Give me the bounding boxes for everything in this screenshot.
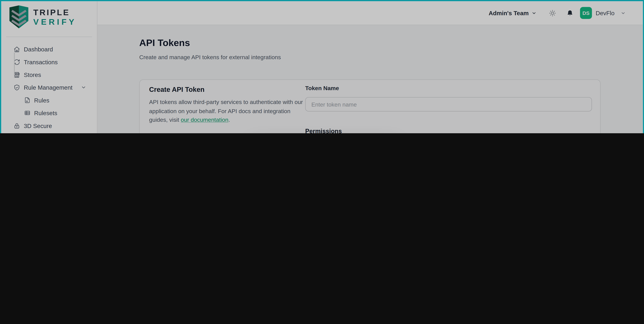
- modal-backdrop[interactable]: [1, 1, 643, 133]
- app-frame: TRIPLE VERIFY Dashboard Transactions: [0, 0, 644, 133]
- app-stage: TRIPLE VERIFY Dashboard Transactions: [0, 0, 644, 133]
